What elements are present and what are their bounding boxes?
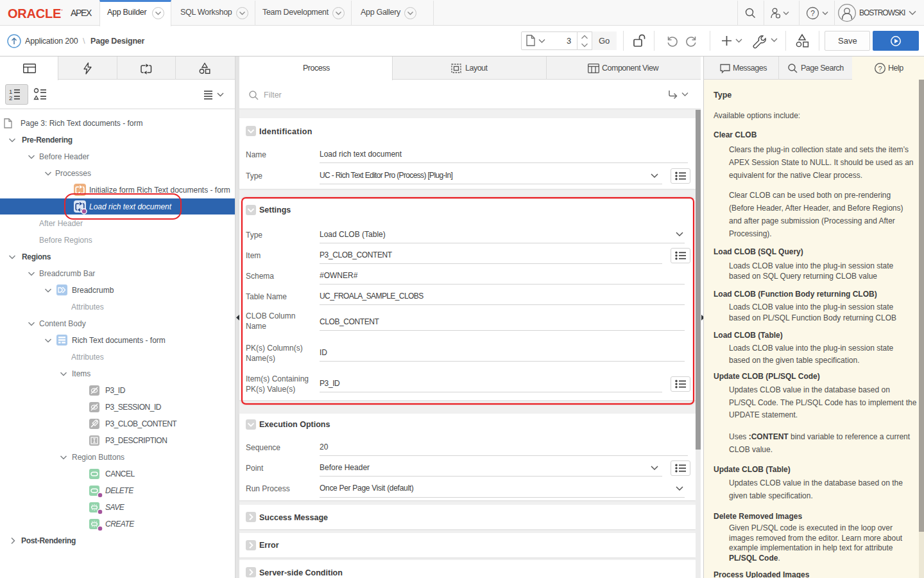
svg-text:2: 2 <box>9 94 12 101</box>
svg-text:?: ? <box>810 9 815 18</box>
svg-text:?: ? <box>878 65 882 73</box>
